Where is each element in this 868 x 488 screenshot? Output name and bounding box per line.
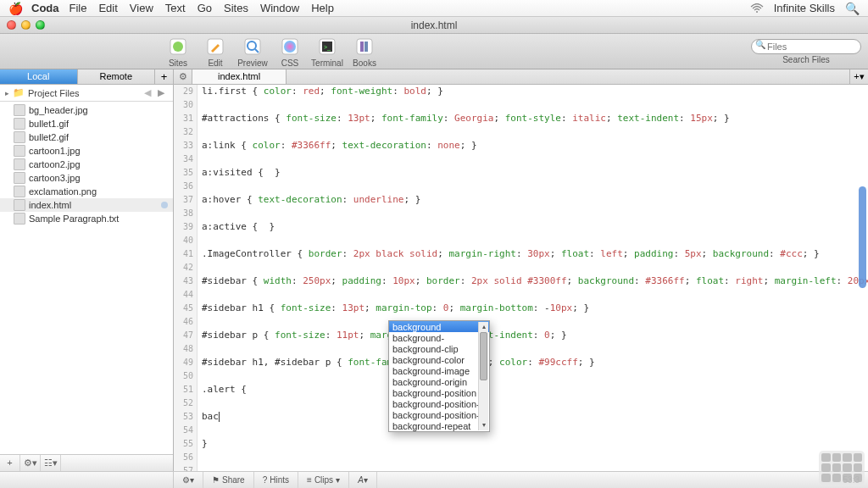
code-line[interactable] (202, 180, 855, 193)
menu-text[interactable]: Text (165, 2, 186, 14)
code-editor[interactable]: 2930313233343536373839404142434445464748… (174, 85, 868, 471)
sidebar-add-button[interactable]: + (0, 455, 20, 471)
code-line[interactable] (202, 234, 855, 247)
code-line[interactable]: a:hover { text-decoration: underline; } (202, 193, 855, 207)
code-line[interactable] (202, 451, 855, 464)
code-line[interactable] (202, 261, 855, 274)
file-item[interactable]: cartoon3.jpg (0, 171, 173, 185)
file-item[interactable]: bullet2.gif (0, 130, 173, 144)
window-zoom-button[interactable] (36, 20, 45, 30)
autocomplete-popup[interactable]: backgroundbackground-attachmentbackgroun… (388, 320, 490, 432)
code-line[interactable] (202, 207, 855, 220)
scrollbar-thumb[interactable] (859, 186, 866, 288)
nav-back-button[interactable]: ◀ (141, 87, 154, 98)
menu-edit[interactable]: Edit (98, 2, 117, 14)
code-line[interactable] (202, 125, 855, 139)
scroll-down-icon[interactable]: ▾ (479, 420, 488, 430)
code-line[interactable]: .ImageController { border: 2px black sol… (202, 247, 855, 261)
sidebar-columns-button[interactable]: ☷▾ (41, 455, 61, 471)
file-item[interactable]: Sample Paragraph.txt (0, 212, 173, 225)
editor-tab-add[interactable]: +▾ (849, 69, 868, 84)
autocomplete-option[interactable]: background-position-x (389, 398, 489, 409)
autocomplete-option[interactable]: background-position-y (389, 409, 489, 420)
file-item[interactable]: exclamation.png (0, 185, 173, 198)
toolbar-sites[interactable]: Sites (159, 36, 197, 68)
file-item[interactable]: bg_header.jpg (0, 103, 173, 117)
code-line[interactable]: #sidebar p { font-size: 11pt; margin-bot… (202, 329, 855, 342)
status-share-button[interactable]: ⚑Share (203, 472, 254, 488)
file-item[interactable]: index.html (0, 198, 173, 212)
code-line[interactable] (202, 288, 855, 302)
keyboard-overlay-icon[interactable] (819, 451, 865, 485)
status-font-button[interactable]: A▾ (349, 472, 377, 488)
sidebar-tab-add[interactable]: + (155, 69, 174, 84)
autocomplete-scroll-thumb[interactable] (480, 332, 487, 380)
status-hints-button[interactable]: ?Hints (254, 472, 298, 488)
code-line[interactable] (202, 342, 855, 356)
sidebar-action-button[interactable]: ⚙▾ (20, 455, 41, 471)
code-line[interactable] (202, 315, 855, 329)
autocomplete-option[interactable]: background-position (389, 387, 489, 398)
scroll-up-icon[interactable]: ▴ (479, 322, 488, 332)
sidebar-tab-local[interactable]: Local (0, 69, 78, 84)
menu-help[interactable]: Help (311, 2, 334, 14)
code-line[interactable]: #sidebar { width: 250px; padding: 10px; … (202, 274, 855, 288)
code-line[interactable]: #sidebar h1 { font-size: 13pt; margin-to… (202, 302, 855, 315)
status-clips-button[interactable]: ≡Clips ▾ (298, 472, 349, 488)
code-line[interactable]: } (202, 437, 855, 451)
autocomplete-option[interactable]: background-attachment (389, 332, 489, 343)
toolbar-books[interactable]: Books (346, 36, 383, 68)
wifi-icon[interactable] (750, 3, 764, 14)
code-line[interactable] (202, 152, 855, 166)
spotlight-icon[interactable]: 🔍 (845, 2, 860, 15)
code-line[interactable]: a:link { color: #3366ff; text-decoration… (202, 139, 855, 152)
toolbar-edit[interactable]: Edit (197, 36, 234, 68)
code-line[interactable]: a:active { } (202, 220, 855, 234)
toolbar-terminal[interactable]: >_ Terminal (309, 36, 346, 68)
nav-forward-button[interactable]: ▶ (154, 87, 168, 98)
menu-go[interactable]: Go (198, 2, 212, 14)
vertical-scrollbar[interactable] (856, 85, 866, 471)
code-line[interactable]: #sidebar h1, #sidebar p { font-family: T… (202, 356, 855, 369)
sidebar-path-bar[interactable]: ▸ 📁 Project Files ◀ ▶ (0, 85, 173, 102)
menu-window[interactable]: Window (260, 2, 299, 14)
window-minimize-button[interactable] (21, 20, 31, 30)
code-line[interactable] (202, 424, 855, 437)
sidebar-tab-remote[interactable]: Remote (78, 69, 156, 84)
file-item[interactable]: cartoon1.jpg (0, 144, 173, 158)
autocomplete-option[interactable]: background-clip (389, 343, 489, 354)
code-line[interactable] (202, 464, 855, 471)
code-line[interactable] (202, 369, 855, 383)
autocomplete-scrollbar[interactable]: ▴ ▾ (478, 322, 488, 430)
autocomplete-option[interactable]: background (389, 321, 489, 332)
code-line[interactable]: #attractions { font-size: 13pt; font-fam… (202, 112, 855, 125)
search-input[interactable] (751, 39, 861, 54)
toolbar-preview[interactable]: Preview (234, 36, 271, 68)
menu-view[interactable]: View (130, 2, 153, 14)
file-name-label: Sample Paragraph.txt (29, 214, 119, 224)
code-line[interactable] (202, 98, 855, 112)
menu-file[interactable]: File (70, 2, 87, 14)
code-area[interactable]: li.first { color: red; font-weight: bold… (202, 85, 855, 471)
autocomplete-option[interactable]: background-image (389, 365, 489, 376)
code-line[interactable]: li.first { color: red; font-weight: bold… (202, 85, 855, 98)
toolbar-css[interactable]: CSS (271, 36, 309, 68)
menu-sites[interactable]: Sites (224, 2, 248, 14)
autocomplete-option[interactable]: background-repeat (389, 420, 489, 431)
editor-gear-button[interactable]: ⚙ (174, 69, 192, 84)
menubar-right-label[interactable]: Infinite Skills (774, 2, 835, 14)
window-close-button[interactable] (7, 20, 16, 30)
autocomplete-option[interactable]: background-origin (389, 376, 489, 387)
code-line[interactable] (202, 396, 855, 410)
autocomplete-option[interactable]: background-color (389, 354, 489, 365)
code-line[interactable]: bac (202, 410, 855, 424)
file-item[interactable]: bullet1.gif (0, 117, 173, 130)
apple-icon[interactable]: 🍎 (8, 2, 23, 15)
editor-tab-index[interactable]: index.html (192, 69, 287, 84)
file-item[interactable]: cartoon2.jpg (0, 158, 173, 171)
toolbar-preview-label: Preview (237, 58, 268, 68)
status-gear-button[interactable]: ⚙▾ (174, 472, 203, 488)
code-line[interactable]: .alert { (202, 383, 855, 396)
code-line[interactable]: a:visited { } (202, 166, 855, 180)
app-name[interactable]: Coda (31, 2, 59, 14)
